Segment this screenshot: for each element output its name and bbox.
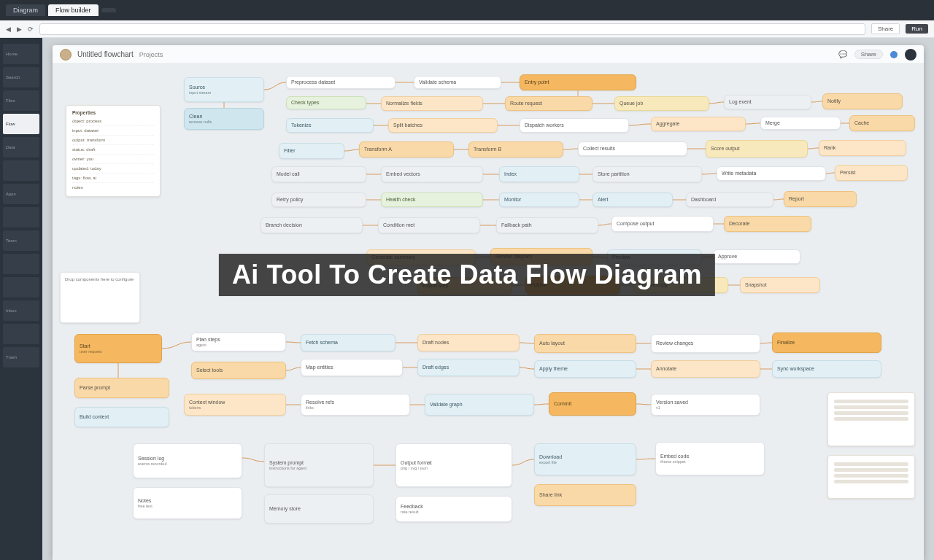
flow-node[interactable]: Persist — [835, 165, 908, 181]
flow-node[interactable]: Dispatch workers — [520, 118, 629, 133]
flow-node[interactable]: Draft edges — [417, 359, 520, 376]
user-avatar-icon[interactable] — [905, 49, 916, 61]
flow-node[interactable]: System promptinstructions for agent — [264, 443, 374, 487]
flow-node[interactable]: Snapshot — [740, 277, 820, 293]
flow-node[interactable]: Filter — [279, 143, 344, 159]
flow-node[interactable]: Commit — [549, 392, 636, 416]
flow-node[interactable]: Route request — [505, 96, 593, 111]
flow-node[interactable]: Retry policy — [271, 192, 366, 207]
flow-node[interactable]: Annotate — [651, 360, 760, 378]
flow-node[interactable]: Transform B — [468, 141, 563, 158]
flow-node[interactable]: Alert — [593, 192, 673, 207]
toolbar-share-button[interactable]: Share — [871, 23, 900, 34]
flow-node[interactable]: Notify — [822, 93, 903, 109]
os-rail-item[interactable] — [3, 254, 39, 274]
flow-node[interactable]: Cleanremove nulls — [184, 108, 264, 130]
flow-node[interactable]: Preprocess dataset — [286, 76, 395, 89]
flow-node[interactable]: Report — [784, 191, 857, 207]
os-rail-item[interactable]: Team — [3, 230, 39, 251]
flow-node[interactable]: Queue job — [614, 96, 709, 111]
properties-panel[interactable]: Properties object: processinput: dataset… — [66, 105, 161, 197]
flow-node[interactable]: Embed vectors — [381, 166, 483, 182]
os-rail-item[interactable]: Files — [3, 90, 39, 111]
browser-tab[interactable]: Diagram — [6, 4, 45, 16]
flow-node[interactable]: Apply theme — [534, 360, 636, 378]
flow-node[interactable]: Downloadexport file — [534, 443, 636, 475]
flow-node[interactable]: Health check — [381, 192, 483, 207]
property-row[interactable]: updated: today — [72, 164, 154, 174]
side-note-panel[interactable] — [827, 392, 915, 446]
flow-node[interactable]: Decorate — [724, 216, 811, 232]
flow-node[interactable]: Condition met — [378, 217, 480, 233]
nav-reload-icon[interactable]: ⟳ — [28, 26, 34, 33]
property-row[interactable]: status: draft — [72, 145, 154, 155]
flow-node[interactable]: Select tools — [191, 362, 286, 379]
flow-node[interactable]: Embed codeiframe snippet — [655, 442, 765, 475]
os-rail-item[interactable]: Inbox — [3, 300, 39, 321]
flow-node[interactable]: Share link — [534, 484, 636, 506]
flow-node[interactable]: Draft nodes — [417, 334, 520, 351]
flow-node[interactable]: Build context — [74, 407, 169, 427]
os-rail-item[interactable]: Apps — [3, 184, 39, 204]
flow-node[interactable]: Write metadata — [717, 166, 826, 181]
flow-node[interactable]: Fallback path — [496, 217, 598, 233]
address-input[interactable] — [39, 23, 865, 35]
toolbar-run-button[interactable]: Run — [906, 24, 928, 34]
os-rail-item[interactable] — [3, 324, 39, 344]
diagram-canvas[interactable]: Properties object: processinput: dataset… — [53, 64, 924, 560]
flow-node[interactable]: Tokenize — [286, 118, 374, 133]
flow-node[interactable]: Normalize fields — [381, 96, 483, 111]
flow-node[interactable]: Sourceinput stream — [184, 77, 264, 102]
flow-node[interactable]: Version savedv1 — [651, 394, 760, 416]
flow-node[interactable]: Validate schema — [414, 76, 501, 89]
flow-node[interactable]: Map entities — [301, 359, 403, 376]
flow-node[interactable]: Rank — [819, 140, 906, 156]
flow-node[interactable]: Entry point — [520, 74, 636, 90]
flow-node[interactable]: Approve — [713, 249, 800, 264]
flow-node[interactable]: Aggregate — [651, 117, 746, 131]
flow-node[interactable]: Log event — [724, 95, 811, 109]
property-row[interactable]: object: process — [72, 117, 154, 126]
flow-node[interactable]: Transform A — [359, 141, 454, 158]
property-row[interactable]: owner: you — [72, 155, 154, 164]
flow-node[interactable]: Output formatpng / svg / json — [395, 443, 512, 487]
flow-node[interactable]: Review changes — [651, 334, 760, 353]
chat-icon[interactable]: 💬 — [838, 50, 847, 58]
os-rail-item[interactable] — [3, 277, 39, 298]
os-rail-item[interactable]: Data — [3, 137, 39, 158]
flow-node[interactable]: Fetch schema — [301, 334, 395, 351]
browser-tab[interactable] — [101, 8, 116, 12]
flow-node[interactable]: Notesfree text — [133, 487, 242, 519]
flow-node[interactable]: Memory store — [264, 494, 374, 524]
property-row[interactable]: output: transform — [72, 136, 154, 145]
drop-zone-panel[interactable]: Drop components here to configure — [60, 272, 140, 323]
os-rail-item[interactable]: Flow — [3, 114, 39, 134]
flow-node[interactable]: Plan stepsagent — [191, 332, 286, 351]
breadcrumb[interactable]: Projects — [139, 51, 163, 58]
nav-back-icon[interactable]: ◀ — [6, 26, 11, 33]
flow-node[interactable]: Validate graph — [425, 394, 534, 416]
flow-node[interactable]: Resolve refslinks — [301, 394, 410, 416]
flow-node[interactable]: Cache — [849, 115, 915, 131]
flow-node[interactable]: Score output — [706, 140, 808, 158]
flow-node[interactable]: Context windowtokens — [184, 394, 286, 416]
flow-node[interactable]: Dashboard — [686, 192, 773, 207]
nav-fwd-icon[interactable]: ▶ — [17, 26, 22, 33]
side-note-panel[interactable] — [827, 455, 915, 499]
flow-node[interactable]: Finalize — [772, 332, 881, 353]
flow-node[interactable]: Index — [499, 166, 579, 182]
flow-node[interactable]: Monitor — [499, 192, 579, 207]
flow-node[interactable]: Compose output — [611, 216, 714, 232]
os-rail-item[interactable]: Trash — [3, 347, 39, 368]
document-title[interactable]: Untitled flowchart — [77, 50, 134, 58]
flow-node[interactable]: Startuser request — [74, 334, 162, 363]
flow-node[interactable]: Session logevents recorded — [133, 443, 242, 478]
property-row[interactable]: notes — [72, 183, 154, 192]
os-rail-item[interactable]: Search — [3, 67, 39, 88]
flow-node[interactable]: Merge — [760, 117, 841, 130]
flow-node[interactable]: Parse prompt — [74, 378, 169, 398]
flow-node[interactable]: Store partition — [593, 166, 702, 182]
flow-node[interactable]: Collect results — [578, 141, 687, 156]
flow-node[interactable]: Model call — [271, 166, 366, 182]
browser-tab-active[interactable]: Flow builder — [48, 4, 99, 16]
